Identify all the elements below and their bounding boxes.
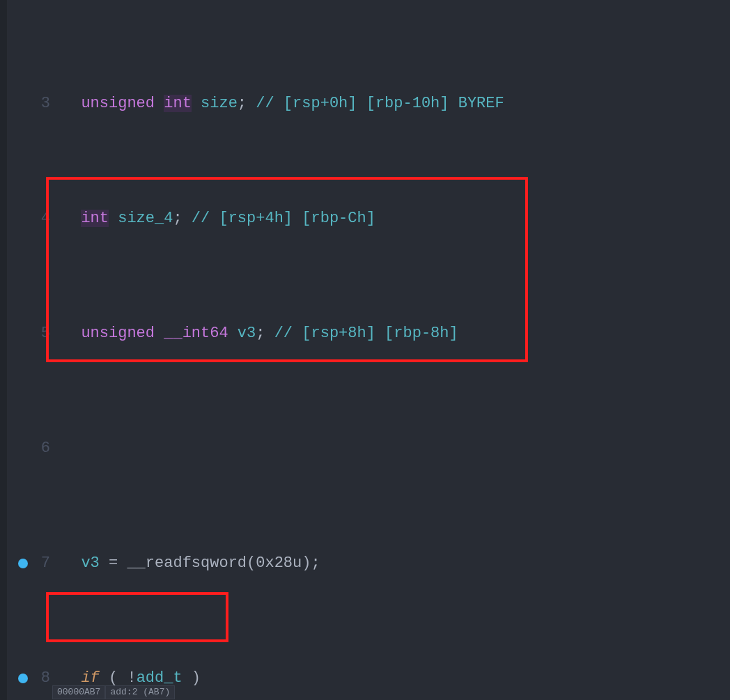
code-line[interactable]: 7 v3 = __readfsqword(0x28u); <box>0 552 730 575</box>
breakpoint-dot[interactable] <box>18 99 28 109</box>
code-content[interactable]: int size_4; // [rsp+4h] [rbp-Ch] <box>63 207 730 230</box>
code-line[interactable]: 3 unsigned int size; // [rsp+0h] [rbp-10… <box>0 92 730 115</box>
code-editor[interactable]: 3 unsigned int size; // [rsp+0h] [rbp-10… <box>0 0 730 700</box>
code-line[interactable]: 5 unsigned __int64 v3; // [rsp+8h] [rbp-… <box>0 322 730 345</box>
status-bar: 00000AB7 add:2 (AB7) <box>52 685 175 700</box>
status-location[interactable]: add:2 (AB7) <box>105 685 175 699</box>
code-content[interactable]: unsigned __int64 v3; // [rsp+8h] [rbp-8h… <box>63 322 730 345</box>
code-content[interactable]: v3 = __readfsqword(0x28u); <box>63 552 730 575</box>
line-number: 6 <box>0 437 63 460</box>
line-number: 3 <box>0 92 63 115</box>
code-content[interactable]: unsigned int size; // [rsp+0h] [rbp-10h]… <box>63 92 730 115</box>
breakpoint-dot[interactable] <box>18 559 28 568</box>
line-number: 7 <box>0 552 63 575</box>
code-line[interactable]: 4 int size_4; // [rsp+4h] [rbp-Ch] <box>0 207 730 230</box>
breakpoint-dot[interactable] <box>18 214 28 224</box>
breakpoint-dot[interactable] <box>18 674 28 683</box>
breakpoint-dot[interactable] <box>18 444 28 453</box>
line-number: 4 <box>0 207 63 230</box>
code-line[interactable]: 6 <box>0 437 730 460</box>
status-address[interactable]: 00000AB7 <box>52 685 105 699</box>
breakpoint-dot[interactable] <box>18 329 28 339</box>
line-number: 5 <box>0 322 63 345</box>
